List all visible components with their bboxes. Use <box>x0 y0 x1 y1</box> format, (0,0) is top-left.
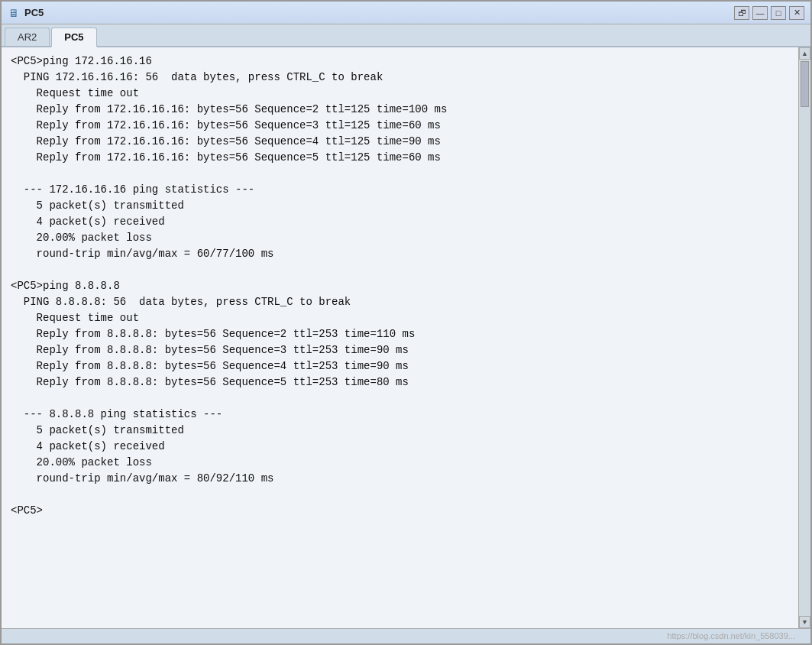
close-button[interactable]: ✕ <box>789 6 804 20</box>
scrollbar-thumb[interactable] <box>801 61 809 107</box>
title-bar: 🖥 PC5 🗗 — □ ✕ <box>2 2 810 24</box>
scroll-down-button[interactable]: ▼ <box>799 616 810 628</box>
scrollbar: ▲ ▼ <box>798 47 810 628</box>
scroll-up-button[interactable]: ▲ <box>799 47 810 60</box>
maximize-button[interactable]: □ <box>771 6 786 20</box>
window-icon: 🖥 <box>8 7 20 19</box>
tab-bar: AR2 PC5 <box>2 24 810 47</box>
watermark: https://blog.csdn.net/kin_558039... <box>667 631 795 640</box>
window-title: PC5 <box>24 7 44 18</box>
status-bar: https://blog.csdn.net/kin_558039... <box>2 628 810 643</box>
terminal-area: <PC5>ping 172.16.16.16 PING 172.16.16.16… <box>2 47 810 628</box>
tab-ar2[interactable]: AR2 <box>5 28 50 46</box>
scrollbar-track <box>799 60 810 616</box>
restore-button[interactable]: 🗗 <box>734 6 749 20</box>
window-controls: 🗗 — □ ✕ <box>734 6 804 20</box>
title-bar-left: 🖥 PC5 <box>8 7 44 19</box>
minimize-button[interactable]: — <box>752 6 768 20</box>
tab-pc5[interactable]: PC5 <box>51 28 96 47</box>
main-window: 🖥 PC5 🗗 — □ ✕ AR2 PC5 <PC5>ping 172.16.1… <box>0 0 812 645</box>
terminal-output[interactable]: <PC5>ping 172.16.16.16 PING 172.16.16.16… <box>2 47 798 628</box>
